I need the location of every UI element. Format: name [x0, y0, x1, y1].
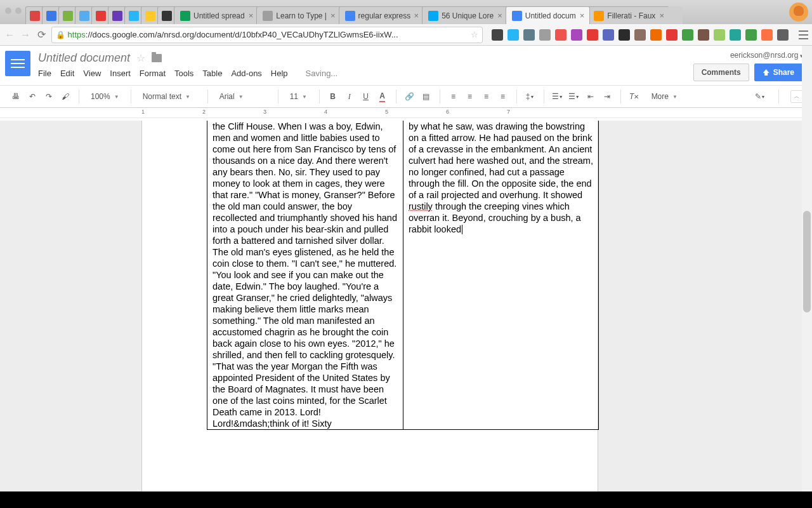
- ext-icon[interactable]: [539, 29, 551, 41]
- align-left-icon[interactable]: ≡: [447, 90, 461, 104]
- tab-learn[interactable]: Learn to Type |×: [256, 6, 341, 24]
- text-cursor: [462, 225, 462, 234]
- ext-icon[interactable]: [761, 29, 773, 41]
- page[interactable]: the Cliff House. When I was a boy, Edwin…: [141, 121, 598, 508]
- tab-label: Learn to Type |: [276, 11, 327, 20]
- text-color-icon[interactable]: A: [376, 90, 390, 104]
- docs-logo-icon[interactable]: [5, 51, 30, 76]
- print-icon[interactable]: 🖶: [9, 90, 23, 104]
- scrollbar-thumb[interactable]: [803, 211, 811, 312]
- font-value: Arial: [219, 92, 235, 101]
- ext-icon[interactable]: [698, 29, 709, 41]
- ext-icon[interactable]: [650, 29, 662, 41]
- ext-icon[interactable]: [587, 29, 598, 41]
- fontsize-dropdown[interactable]: 11▼: [285, 89, 313, 104]
- table[interactable]: the Cliff House. When I was a boy, Edwin…: [207, 121, 599, 430]
- menu-view[interactable]: View: [83, 69, 101, 78]
- editor-surface[interactable]: the Cliff House. When I was a boy, Edwin…: [0, 121, 802, 508]
- menu-insert[interactable]: Insert: [110, 69, 131, 78]
- indent-icon[interactable]: ⇥: [600, 90, 614, 104]
- ext-icon[interactable]: [571, 29, 582, 41]
- menu-addons[interactable]: Add-ons: [231, 69, 261, 78]
- more-dropdown[interactable]: More▼: [646, 89, 683, 104]
- table-cell-right[interactable]: by what he saw, was drawing the bowstrin…: [403, 121, 598, 429]
- line-spacing-icon[interactable]: ‡▼: [523, 90, 537, 104]
- outdent-icon[interactable]: ⇤: [584, 90, 598, 104]
- font-dropdown[interactable]: Arial▼: [214, 89, 272, 104]
- ext-icon[interactable]: [666, 29, 678, 41]
- bold-icon[interactable]: B: [326, 90, 340, 104]
- doc-title[interactable]: Untitled document: [38, 51, 130, 65]
- menu-table[interactable]: Table: [202, 69, 222, 78]
- underline-icon[interactable]: U: [359, 90, 373, 104]
- body-text: through the creeping vines which overran…: [409, 201, 581, 234]
- url-input[interactable]: 🔒 https://docs.google.com/a/nrsd.org/doc…: [51, 27, 483, 43]
- ext-icon[interactable]: [619, 29, 630, 41]
- close-icon[interactable]: ×: [414, 11, 419, 20]
- ext-icon[interactable]: [777, 29, 789, 41]
- user-email[interactable]: eerickson@nrsd.org: [730, 51, 803, 60]
- tabstrip: Untitled spread× Learn to Type |× regula…: [25, 5, 680, 24]
- ext-icon[interactable]: [603, 29, 614, 41]
- tab-regex[interactable]: regular express×: [339, 6, 425, 24]
- back-icon[interactable]: ←: [4, 28, 16, 42]
- vertical-scrollbar[interactable]: [802, 46, 812, 508]
- tab-label: Untitled docum: [525, 11, 576, 20]
- ext-icon[interactable]: [555, 29, 566, 41]
- ext-icon[interactable]: [634, 29, 646, 41]
- ext-icon[interactable]: [745, 29, 757, 41]
- menu-format[interactable]: Format: [140, 69, 166, 78]
- close-icon[interactable]: ×: [497, 11, 502, 20]
- menu-help[interactable]: Help: [271, 69, 288, 78]
- close-icon[interactable]: ×: [580, 11, 585, 20]
- ext-icon[interactable]: [730, 29, 741, 41]
- bookmark-star-icon[interactable]: ☆: [471, 30, 478, 39]
- ext-icon[interactable]: [714, 29, 725, 41]
- reload-icon[interactable]: ⟳: [36, 28, 48, 42]
- tab-fillerati[interactable]: Fillerati - Faux×: [587, 6, 670, 24]
- new-tab-button[interactable]: [667, 6, 683, 24]
- close-icon[interactable]: ×: [331, 11, 336, 20]
- paint-format-icon[interactable]: 🖌: [58, 90, 72, 104]
- comment-icon[interactable]: ▤: [419, 90, 433, 104]
- forward-icon[interactable]: →: [20, 28, 32, 42]
- tab-sheets[interactable]: Untitled spread×: [174, 6, 259, 24]
- link-icon[interactable]: 🔗: [403, 90, 417, 104]
- ruler[interactable]: 1 2 3 4 5 6 7: [0, 108, 812, 118]
- align-center-icon[interactable]: ≡: [463, 90, 477, 104]
- ext-icon[interactable]: [523, 29, 535, 41]
- ext-icon[interactable]: [492, 29, 503, 41]
- close-icon[interactable]: ×: [659, 11, 664, 20]
- clear-format-icon[interactable]: T✕: [627, 90, 641, 104]
- ext-icon[interactable]: [508, 29, 519, 41]
- table-cell-left[interactable]: the Cliff House. When I was a boy, Edwin…: [207, 121, 403, 429]
- star-icon[interactable]: ☆: [136, 52, 145, 64]
- tab-lorem[interactable]: 56 Unique Lore×: [422, 6, 508, 24]
- folder-icon[interactable]: [152, 54, 162, 62]
- editing-mode-icon[interactable]: ✎▼: [753, 90, 767, 104]
- menu-edit[interactable]: Edit: [60, 69, 74, 78]
- close-icon[interactable]: ×: [249, 11, 254, 20]
- undo-icon[interactable]: ↶: [25, 90, 39, 104]
- extension-icons: [492, 29, 789, 41]
- tab-docs-active[interactable]: Untitled docum×: [506, 6, 591, 24]
- italic-icon[interactable]: I: [343, 90, 357, 104]
- chrome-menu-icon[interactable]: [799, 30, 808, 39]
- ext-icon[interactable]: [682, 29, 693, 41]
- zoom-dropdown[interactable]: 100%▼: [86, 89, 124, 104]
- comments-button[interactable]: Comments: [693, 64, 749, 81]
- collapse-toolbar-icon[interactable]: ︿: [790, 90, 803, 103]
- menu-file[interactable]: File: [38, 69, 51, 78]
- profile-avatar[interactable]: [789, 3, 808, 22]
- numbered-list-icon[interactable]: ☰▼: [551, 90, 565, 104]
- style-dropdown[interactable]: Normal text▼: [138, 89, 201, 104]
- align-right-icon[interactable]: ≡: [480, 90, 494, 104]
- bulleted-list-icon[interactable]: ☰▼: [567, 90, 581, 104]
- align-justify-icon[interactable]: ≡: [496, 90, 510, 104]
- share-button[interactable]: Share: [754, 64, 803, 81]
- size-value: 11: [290, 92, 298, 101]
- menu-tools[interactable]: Tools: [174, 69, 193, 78]
- redo-icon[interactable]: ↷: [42, 90, 56, 104]
- saving-status: Saving...: [306, 69, 338, 78]
- style-value: Normal text: [143, 92, 181, 101]
